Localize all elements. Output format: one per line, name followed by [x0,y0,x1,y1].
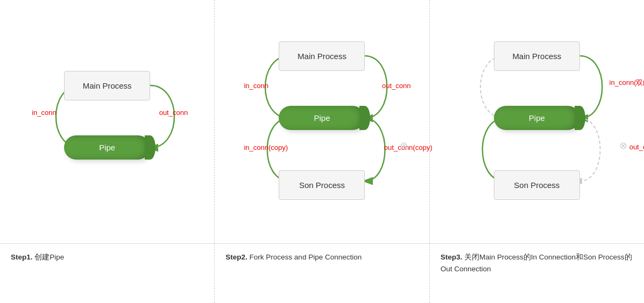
step1-label-out-conn: out_conn [159,109,188,117]
step1-label-in-conn: in_conn [32,109,56,117]
step3-diagram: Main Process Pipe Son Process [462,36,612,213]
step3-pipe: Pipe [494,106,580,130]
step2-label-in-conn-copy: in_conn(copy) [244,143,288,152]
step1-footer: Step1. 创建Pipe [0,244,215,303]
step3-label-in-conn-bidirect: in_conn(双向的数据管道) [610,78,644,88]
step2-diagram: Main Process Pipe Son Process [246,36,397,213]
step3-label-out-conn-bidirect: out_conn(双向) [629,142,644,152]
step2-label-out-conn-copy: out_conn(copy) [384,143,433,152]
step3-footer: Step3. 关闭Main Process的In Connection和Son … [430,244,644,303]
step3-diagram-area: Main Process Pipe Son Process [435,11,639,238]
step3-panel: Main Process Pipe Son Process [430,0,644,243]
step1-pipe: Pipe [64,135,150,160]
step2-son-process: Son Process [279,170,365,200]
step2-cross-symbol: ⊗ [400,140,408,152]
step3-son-process: Son Process [494,170,580,200]
step1-diagram-area: Main Process Pipe [5,11,209,238]
step3-main-process: Main Process [494,41,580,71]
step2-main-process: Main Process [279,41,365,71]
diagrams-container: Main Process Pipe [0,0,644,244]
step2-pipe: Pipe [279,106,365,130]
step2-diagram-area: Main Process Pipe Son Process [220,11,423,238]
footer-row: Step1. 创建Pipe Step2. Fork Process and Pi… [0,244,644,303]
step2-label-in-conn: in_conn [244,82,268,90]
step1-panel: Main Process Pipe [0,0,215,243]
step1-diagram: Main Process Pipe [37,60,177,189]
step2-panel: Main Process Pipe Son Process [215,0,429,243]
step1-main-process: Main Process [64,71,150,100]
step2-footer: Step2. Fork Process and Pipe Connection [215,244,429,303]
step2-label-out-conn: out_conn [382,82,411,90]
step3-cross-bottom: ⊗ [619,140,627,152]
